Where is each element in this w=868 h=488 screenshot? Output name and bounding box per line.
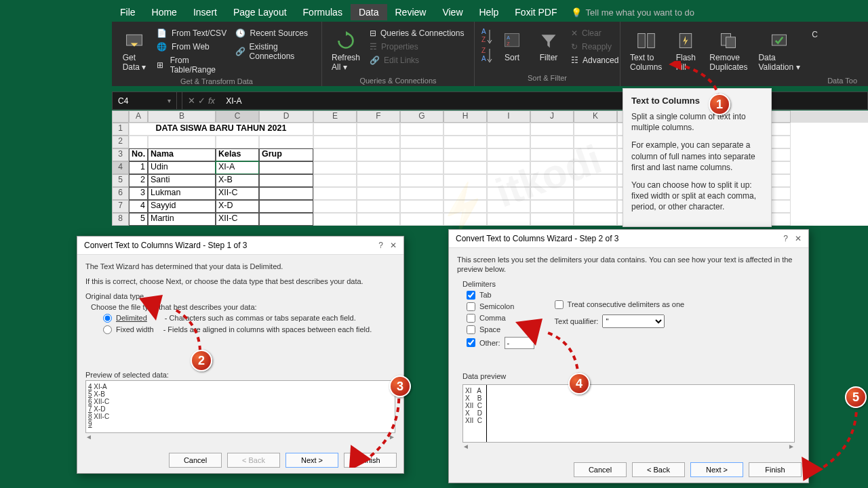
tab-review[interactable]: Review bbox=[387, 4, 435, 20]
column-header-b[interactable]: B bbox=[148, 110, 216, 123]
tab-checkbox[interactable] bbox=[467, 291, 475, 300]
column-header-g[interactable]: G bbox=[400, 110, 443, 123]
row-header[interactable]: 8 bbox=[112, 213, 129, 226]
sort-az-icon[interactable]: AZ bbox=[480, 27, 492, 46]
cell[interactable]: Lukman bbox=[148, 187, 216, 200]
flash-fill-button[interactable]: Flash Fill bbox=[669, 27, 703, 75]
cell[interactable] bbox=[443, 200, 487, 213]
cell[interactable] bbox=[313, 200, 357, 213]
row-header[interactable]: 6 bbox=[112, 187, 129, 200]
cell[interactable] bbox=[400, 123, 443, 136]
cell[interactable]: Nama bbox=[148, 148, 216, 161]
column-header-d[interactable]: D bbox=[259, 110, 313, 123]
wizard1-cancel-button[interactable]: Cancel bbox=[169, 453, 222, 468]
cell[interactable] bbox=[259, 200, 313, 213]
cell[interactable] bbox=[530, 123, 574, 136]
cell[interactable] bbox=[129, 136, 148, 148]
cell[interactable]: 1 bbox=[129, 161, 148, 174]
recent-sources[interactable]: 🕓Recent Sources bbox=[233, 27, 316, 39]
cell[interactable] bbox=[400, 161, 443, 174]
cell[interactable] bbox=[313, 123, 357, 136]
text-to-columns-button[interactable]: Text to Columns bbox=[626, 27, 666, 75]
row-header[interactable]: 4 bbox=[112, 161, 129, 174]
other-label[interactable]: Other: bbox=[479, 339, 500, 347]
title-cell[interactable]: DATA SISWA BARU TAHUN 2021 bbox=[129, 123, 313, 136]
cell[interactable] bbox=[400, 136, 443, 148]
name-box[interactable]: C4▾ bbox=[113, 92, 177, 109]
cell[interactable]: Martin bbox=[148, 213, 216, 226]
semicolon-label[interactable]: Semicolon bbox=[479, 302, 514, 310]
column-header-e[interactable]: E bbox=[313, 110, 357, 123]
help-icon[interactable]: ? bbox=[378, 241, 383, 250]
column-header-f[interactable]: F bbox=[357, 110, 400, 123]
close-icon-2[interactable]: ✕ bbox=[795, 234, 802, 243]
cell[interactable] bbox=[400, 187, 443, 200]
wizard2-next-button[interactable]: Next > bbox=[690, 462, 743, 477]
cell[interactable] bbox=[357, 213, 400, 226]
wizard2-back-button[interactable]: < Back bbox=[632, 462, 685, 477]
more-tools[interactable]: C bbox=[807, 27, 823, 42]
cell[interactable]: Grup bbox=[259, 148, 313, 161]
cell[interactable] bbox=[530, 161, 574, 174]
cell[interactable] bbox=[216, 136, 259, 148]
refresh-all-button[interactable]: Refresh All ▾ bbox=[328, 27, 364, 75]
cell[interactable] bbox=[400, 148, 443, 161]
cell[interactable]: Kelas bbox=[216, 148, 259, 161]
cell[interactable] bbox=[574, 174, 617, 187]
treat-consecutive-checkbox[interactable] bbox=[555, 300, 564, 309]
cell[interactable] bbox=[574, 187, 617, 200]
from-table-range[interactable]: ⊞From Table/Range bbox=[154, 54, 230, 76]
row-header[interactable]: 7 bbox=[112, 200, 129, 213]
space-checkbox[interactable] bbox=[467, 325, 475, 334]
tab-file[interactable]: File bbox=[112, 4, 144, 20]
cell[interactable] bbox=[313, 187, 357, 200]
delimited-label[interactable]: Delimited bbox=[116, 314, 147, 322]
cell[interactable] bbox=[487, 174, 530, 187]
cell[interactable] bbox=[357, 200, 400, 213]
tell-me-search[interactable]: 💡 Tell me what you want to do bbox=[566, 4, 700, 20]
fixed-width-radio[interactable] bbox=[103, 325, 112, 334]
wizard1-next-button[interactable]: Next > bbox=[285, 453, 338, 468]
semicolon-checkbox[interactable] bbox=[467, 302, 475, 311]
column-header-k[interactable]: K bbox=[574, 110, 617, 123]
tab-data[interactable]: Data bbox=[351, 4, 387, 20]
cell[interactable] bbox=[400, 174, 443, 187]
other-checkbox[interactable] bbox=[467, 338, 475, 347]
cell[interactable]: XII-C bbox=[216, 187, 259, 200]
wizard2-finish-button[interactable]: Finish bbox=[749, 462, 802, 477]
wizard1-finish-button[interactable]: Finish bbox=[344, 453, 397, 468]
row-header[interactable]: 1 bbox=[112, 123, 129, 136]
comma-label[interactable]: Comma bbox=[479, 314, 506, 322]
cell[interactable]: Udin bbox=[148, 161, 216, 174]
cell[interactable] bbox=[530, 200, 574, 213]
cell[interactable] bbox=[487, 213, 530, 226]
cell[interactable] bbox=[443, 187, 487, 200]
cell[interactable]: X-D bbox=[216, 200, 259, 213]
tab-page-layout[interactable]: Page Layout bbox=[225, 4, 295, 20]
from-text-csv[interactable]: 📄From Text/CSV bbox=[154, 27, 230, 39]
cell[interactable] bbox=[530, 174, 574, 187]
cell[interactable] bbox=[259, 136, 313, 148]
cell[interactable] bbox=[313, 161, 357, 174]
cell[interactable] bbox=[259, 161, 313, 174]
cell[interactable] bbox=[313, 174, 357, 187]
remove-duplicates-button[interactable]: Remove Duplicates bbox=[705, 27, 751, 75]
cell[interactable] bbox=[313, 213, 357, 226]
treat-consecutive-label[interactable]: Treat consecutive delimiters as one bbox=[568, 300, 685, 308]
column-header-a[interactable]: A bbox=[129, 110, 148, 123]
cell[interactable] bbox=[574, 123, 617, 136]
row-header[interactable]: 5 bbox=[112, 174, 129, 187]
delimited-radio[interactable] bbox=[103, 314, 112, 323]
other-input[interactable] bbox=[505, 337, 534, 349]
cell[interactable] bbox=[574, 148, 617, 161]
cell[interactable]: Santi bbox=[148, 174, 216, 187]
fx-icon[interactable]: fx bbox=[208, 96, 215, 106]
existing-connections[interactable]: 🔗Existing Connections bbox=[233, 41, 316, 62]
cell[interactable] bbox=[487, 200, 530, 213]
cell[interactable] bbox=[313, 136, 357, 148]
tab-label[interactable]: Tab bbox=[479, 291, 492, 299]
cell[interactable] bbox=[443, 213, 487, 226]
enter-icon[interactable]: ✓ bbox=[198, 96, 205, 106]
column-header-i[interactable]: I bbox=[487, 110, 530, 123]
cell[interactable] bbox=[148, 136, 216, 148]
